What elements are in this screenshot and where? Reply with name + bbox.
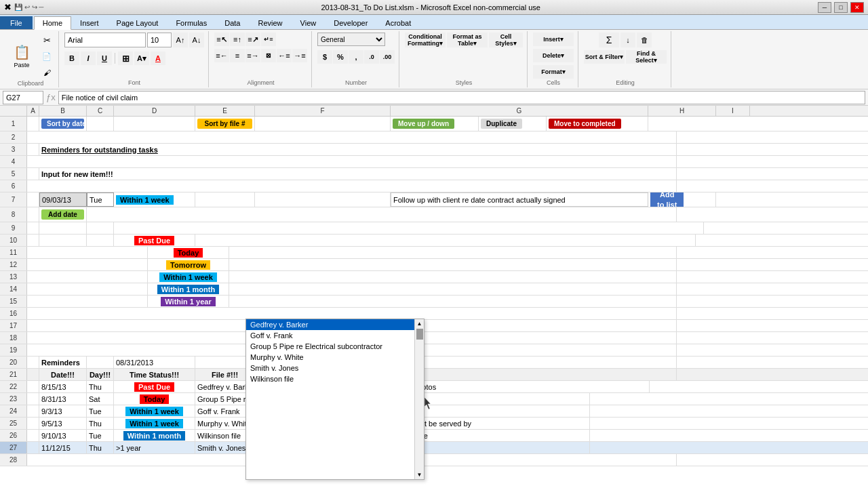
- format-painter-button[interactable]: 🖌: [39, 65, 54, 80]
- currency-button[interactable]: $: [317, 50, 332, 64]
- add-date-button[interactable]: Add date: [41, 209, 84, 220]
- dropdown-item-smith[interactable]: Smith v. Jones: [246, 363, 424, 373]
- dropdown-scrollbar[interactable]: ▲ ▼: [414, 319, 424, 479]
- dec-decrease-button[interactable]: .00: [380, 50, 395, 64]
- row-10: 10 Past Due: [0, 235, 868, 247]
- close-button[interactable]: ✕: [850, 2, 864, 13]
- font-size-input[interactable]: 10: [147, 33, 172, 47]
- editing-label: Editing: [616, 79, 635, 86]
- conditional-formatting-button[interactable]: Conditional Formatting▾: [405, 33, 446, 47]
- dropdown-item-murphy[interactable]: Murphy v. White: [246, 352, 424, 363]
- duplicate-button[interactable]: Duplicate: [481, 119, 522, 129]
- tab-page-layout[interactable]: Page Layout: [108, 16, 167, 29]
- tab-insert[interactable]: Insert: [71, 16, 108, 29]
- copy-button[interactable]: 📄: [39, 49, 54, 64]
- dropdown-item-wilkinson[interactable]: Wilkinson file: [246, 373, 424, 384]
- bold-button[interactable]: B: [64, 52, 79, 65]
- scroll-up-arrow[interactable]: ▲: [416, 319, 424, 328]
- number-format-select[interactable]: General: [317, 33, 385, 46]
- align-center-button[interactable]: ≡: [230, 49, 245, 62]
- row-19-num: 19: [0, 344, 27, 356]
- cell-styles-button[interactable]: Cell Styles▾: [489, 33, 523, 47]
- row-4: 4: [0, 156, 868, 168]
- scroll-down-arrow[interactable]: ▼: [416, 470, 424, 479]
- sort-by-file-button[interactable]: Sort by file #: [197, 119, 252, 129]
- row-26: 26 9/10/13 Tue Within 1 month Wilkinson …: [0, 430, 868, 442]
- indent-inc-button[interactable]: →≡: [292, 49, 307, 62]
- dropdown-item-group5[interactable]: Group 5 Pipe re Electrical subcontractor: [246, 341, 424, 352]
- fill-button[interactable]: ↓: [620, 33, 635, 47]
- restore-button[interactable]: □: [834, 2, 848, 13]
- dropdown-item-gedfrey[interactable]: Gedfrey v. Barker: [246, 319, 424, 330]
- cell-d7-status: Within 1 week: [114, 192, 195, 207]
- move-to-completed-button[interactable]: Move to completed: [549, 119, 621, 129]
- title-bar-controls[interactable]: ─ □ ✕: [818, 2, 864, 13]
- tab-view[interactable]: View: [292, 16, 326, 29]
- insert-cells-button[interactable]: Insert▾: [533, 33, 574, 46]
- move-up-down-button[interactable]: Move up / down: [393, 119, 454, 129]
- cell-reference-input[interactable]: G27: [3, 91, 43, 104]
- cell-d26-status: Within 1 month: [114, 430, 195, 441]
- wrap-text-button[interactable]: ↵≡: [261, 33, 276, 46]
- row-15: 15 Within 1 year: [0, 296, 868, 308]
- cell-b7-date[interactable]: 09/03/13: [39, 192, 87, 207]
- italic-button[interactable]: I: [81, 52, 96, 65]
- status-badge-25: Within 1 week: [125, 419, 183, 428]
- decrease-font-button[interactable]: A↓: [189, 33, 204, 47]
- formula-input[interactable]: File notice of civil claim: [58, 91, 865, 104]
- find-select-button[interactable]: Find & Select▾: [626, 50, 667, 64]
- format-as-table-button[interactable]: Format as Table▾: [447, 33, 488, 47]
- dropdown-item-goff[interactable]: Goff v. Frank: [246, 330, 424, 341]
- comma-button[interactable]: ,: [349, 50, 363, 64]
- row-11: 11 Today: [0, 247, 868, 259]
- row-22: 22 8/15/13 Thu Past Due Gedfrey v. Barke…: [0, 381, 868, 393]
- file-dropdown[interactable]: Gedfrey v. Barker Goff v. Frank Group 5 …: [245, 319, 425, 480]
- border-button[interactable]: ⊞: [118, 52, 133, 65]
- align-top-right-button[interactable]: ≡↗: [245, 33, 260, 46]
- align-top-left-button[interactable]: ≡↖: [214, 33, 229, 46]
- cell-row12-left: [27, 259, 148, 270]
- font-name-input[interactable]: Arial: [64, 33, 146, 47]
- formula-divider: ƒx: [46, 92, 56, 102]
- paste-button[interactable]: 📋 Paste: [7, 37, 37, 76]
- cell-g7-description[interactable]: Follow up with client re date contract a…: [391, 192, 648, 207]
- paste-label: Paste: [14, 62, 29, 68]
- format-cells-button[interactable]: Format▾: [533, 65, 574, 79]
- align-top-center-button[interactable]: ≡↑: [230, 33, 245, 46]
- cut-button[interactable]: ✂: [39, 33, 54, 47]
- align-left-button[interactable]: ≡←: [214, 49, 229, 62]
- tab-formulas[interactable]: Formulas: [167, 16, 216, 29]
- merge-center-button[interactable]: ⊠: [261, 49, 276, 62]
- cell-row6: [27, 180, 677, 192]
- scroll-thumb[interactable]: [416, 329, 423, 340]
- row-21-num: 21: [0, 369, 27, 380]
- tab-acrobat[interactable]: Acrobat: [376, 16, 420, 29]
- tab-file[interactable]: File: [0, 16, 33, 29]
- add-to-list-button[interactable]: Addto list: [650, 192, 684, 207]
- tab-review[interactable]: Review: [249, 16, 291, 29]
- row-23-num: 23: [0, 393, 27, 405]
- dec-increase-button[interactable]: .0: [364, 50, 379, 64]
- autosum-button[interactable]: Σ: [599, 33, 619, 47]
- cell-a8: [27, 207, 39, 222]
- tab-developer[interactable]: Developer: [325, 16, 376, 29]
- clear-button[interactable]: 🗑: [637, 33, 652, 47]
- cell-f1: [255, 117, 391, 131]
- sort-filter-button[interactable]: Sort & Filter▾: [584, 50, 625, 64]
- tab-data[interactable]: Data: [216, 16, 249, 29]
- cell-i1: Move to completed: [547, 117, 648, 131]
- underline-button[interactable]: U: [97, 52, 112, 65]
- fill-color-button[interactable]: A▾: [134, 52, 149, 65]
- align-right-button[interactable]: ≡→: [245, 49, 260, 62]
- row-8-num: 8: [0, 207, 27, 222]
- row-5-num: 5: [0, 168, 27, 180]
- indent-dec-button[interactable]: ←≡: [277, 49, 292, 62]
- increase-font-button[interactable]: A↑: [173, 33, 188, 47]
- tab-home[interactable]: Home: [34, 16, 71, 30]
- sort-by-date-button[interactable]: Sort by date: [41, 119, 84, 129]
- minimize-button[interactable]: ─: [818, 2, 831, 13]
- percent-button[interactable]: %: [333, 50, 348, 64]
- delete-cells-button[interactable]: Delete▾: [533, 49, 574, 62]
- cell-c1: [87, 117, 114, 131]
- font-color-button[interactable]: A: [151, 52, 165, 65]
